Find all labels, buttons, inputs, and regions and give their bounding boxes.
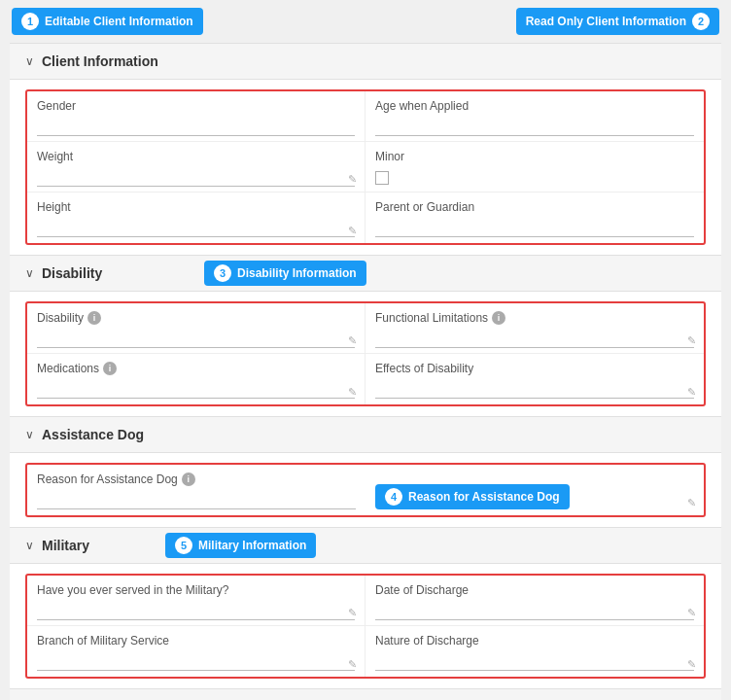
assistance-dog-right-empty: 4 Reason for Assistance Dog ✎ bbox=[366, 465, 704, 515]
parent-guardian-value bbox=[375, 218, 694, 237]
top-annotations-bar: 1 Editable Client Information Read Only … bbox=[0, 0, 731, 43]
minor-checkbox-area bbox=[375, 167, 694, 185]
height-value bbox=[37, 218, 355, 237]
assistance-dog-section: ∨ Assistance Dog Reason for Assistance D… bbox=[10, 416, 721, 527]
nature-discharge-edit-icon[interactable]: ✎ bbox=[687, 658, 696, 671]
minor-checkbox[interactable] bbox=[375, 171, 389, 185]
weight-field: Weight ✎ bbox=[27, 142, 366, 192]
medications-field: Medications i ✎ bbox=[27, 354, 366, 404]
disability-title: Disability bbox=[42, 265, 102, 281]
effects-disability-value bbox=[375, 379, 694, 399]
medications-edit-icon[interactable]: ✎ bbox=[348, 386, 357, 399]
badge-3: 3 bbox=[214, 264, 231, 282]
reason-assistance-dog-label: Reason for Assistance Dog i bbox=[37, 472, 356, 486]
date-discharge-label: Date of Discharge bbox=[375, 583, 694, 597]
branch-military-edit-icon[interactable]: ✎ bbox=[348, 658, 357, 671]
readonly-label: Read Only Client Information bbox=[526, 15, 686, 28]
disability-section: ∨ Disability 3 Disability Information Di… bbox=[10, 255, 721, 416]
age-applied-value bbox=[375, 117, 694, 136]
functional-limitations-field: Functional Limitations i ✎ bbox=[366, 303, 704, 354]
reason-assistance-dog-info-icon[interactable]: i bbox=[182, 472, 195, 486]
assistance-dog-chevron-icon: ∨ bbox=[25, 428, 34, 441]
served-military-label: Have you ever served in the Military? bbox=[37, 583, 355, 597]
minor-label: Minor bbox=[375, 150, 694, 163]
readonly-client-info-btn[interactable]: Read Only Client Information 2 bbox=[516, 8, 719, 35]
editable-client-info-btn[interactable]: 1 Editable Client Information bbox=[12, 8, 203, 35]
assistance-dog-header[interactable]: ∨ Assistance Dog bbox=[10, 416, 721, 453]
military-fields: Have you ever served in the Military? ✎ … bbox=[10, 564, 721, 688]
nature-discharge-field: Nature of Discharge ✎ bbox=[366, 626, 704, 677]
client-info-grid: Gender Age when Applied Weight ✎ Minor bbox=[25, 89, 706, 245]
assistance-dog-title: Assistance Dog bbox=[42, 427, 144, 442]
military-title: Military bbox=[42, 538, 89, 553]
disability-info-tooltip: 3 Disability Information bbox=[204, 261, 366, 286]
military-info-label: Military Information bbox=[198, 539, 306, 552]
nature-discharge-value bbox=[375, 651, 694, 671]
gender-label: Gender bbox=[37, 99, 355, 113]
functional-limitations-value bbox=[375, 329, 694, 348]
height-edit-icon[interactable]: ✎ bbox=[348, 225, 357, 237]
functional-limitations-info-icon[interactable]: i bbox=[492, 311, 505, 325]
functional-limitations-edit-icon[interactable]: ✎ bbox=[687, 334, 696, 347]
branch-military-label: Branch of Military Service bbox=[37, 634, 355, 648]
military-chevron-icon: ∨ bbox=[25, 539, 34, 552]
disability-value bbox=[37, 329, 355, 348]
date-discharge-value bbox=[375, 601, 694, 620]
height-label: Height bbox=[37, 200, 355, 214]
medications-info-icon[interactable]: i bbox=[103, 362, 117, 375]
disability-header[interactable]: ∨ Disability 3 Disability Information bbox=[10, 255, 721, 292]
disability-info-label: Disability Information bbox=[237, 266, 357, 280]
reason-assistance-dog-field: Reason for Assistance Dog i bbox=[27, 465, 366, 515]
weight-value bbox=[37, 167, 355, 187]
minor-field: Minor bbox=[366, 142, 704, 192]
served-military-field: Have you ever served in the Military? ✎ bbox=[27, 576, 366, 626]
badge-4: 4 bbox=[385, 488, 402, 506]
disability-field: Disability i ✎ bbox=[27, 303, 366, 354]
disability-fields: Disability i ✎ Functional Limitations i … bbox=[10, 292, 721, 416]
effects-disability-edit-icon[interactable]: ✎ bbox=[687, 386, 696, 399]
date-discharge-edit-icon[interactable]: ✎ bbox=[687, 607, 696, 619]
disability-chevron-icon: ∨ bbox=[25, 266, 34, 280]
assistance-dog-edit-icon[interactable]: ✎ bbox=[687, 497, 696, 509]
main-content: ∨ Client Information Gender Age when App… bbox=[10, 43, 721, 700]
military-section: ∨ Military 5 Military Information Have y… bbox=[10, 527, 721, 688]
height-field: Height ✎ bbox=[27, 192, 366, 243]
effects-disability-label: Effects of Disability bbox=[375, 362, 694, 375]
served-military-edit-icon[interactable]: ✎ bbox=[348, 607, 357, 619]
medications-value bbox=[37, 379, 355, 399]
age-applied-field: Age when Applied bbox=[366, 91, 704, 142]
served-military-value bbox=[37, 601, 355, 620]
editable-label: Editable Client Information bbox=[45, 15, 193, 28]
client-info-title: Client Information bbox=[42, 53, 158, 69]
effects-disability-field: Effects of Disability ✎ bbox=[366, 354, 704, 404]
medications-label: Medications i bbox=[37, 362, 355, 375]
client-info-header[interactable]: ∨ Client Information bbox=[10, 43, 721, 80]
assistance-dog-fields: Reason for Assistance Dog i 4 Reason for… bbox=[10, 453, 721, 527]
gender-value bbox=[37, 117, 355, 136]
weight-edit-icon[interactable]: ✎ bbox=[348, 173, 357, 186]
parent-guardian-field: Parent or Guardian bbox=[366, 192, 704, 243]
date-discharge-field: Date of Discharge ✎ bbox=[366, 576, 704, 626]
additional-comments-header[interactable]: ∨ Additional Comments bbox=[10, 688, 721, 700]
military-info-tooltip: 5 Military Information bbox=[165, 533, 316, 558]
nature-discharge-label: Nature of Discharge bbox=[375, 634, 694, 648]
disability-edit-icon[interactable]: ✎ bbox=[348, 334, 357, 347]
assistance-dog-annotation-label: Reason for Assistance Dog bbox=[408, 490, 560, 504]
gender-field: Gender bbox=[27, 91, 366, 142]
military-header[interactable]: ∨ Military 5 Military Information bbox=[10, 527, 721, 564]
age-applied-label: Age when Applied bbox=[375, 99, 694, 113]
disability-info-icon[interactable]: i bbox=[87, 311, 101, 325]
assistance-dog-tooltip: 4 Reason for Assistance Dog bbox=[375, 484, 570, 509]
weight-label: Weight bbox=[37, 150, 355, 163]
badge-2: 2 bbox=[692, 13, 710, 30]
additional-comments-section: ∨ Additional Comments Comments 6 Comment… bbox=[10, 688, 721, 700]
branch-military-value bbox=[37, 651, 355, 671]
disability-label: Disability i bbox=[37, 311, 355, 325]
assistance-dog-grid: Reason for Assistance Dog i 4 Reason for… bbox=[25, 463, 706, 517]
client-info-section: ∨ Client Information Gender Age when App… bbox=[10, 43, 721, 255]
disability-grid: Disability i ✎ Functional Limitations i … bbox=[25, 301, 706, 406]
branch-military-field: Branch of Military Service ✎ bbox=[27, 626, 366, 677]
client-info-chevron-icon: ∨ bbox=[25, 54, 34, 68]
badge-1: 1 bbox=[21, 13, 39, 30]
parent-guardian-label: Parent or Guardian bbox=[375, 200, 694, 214]
